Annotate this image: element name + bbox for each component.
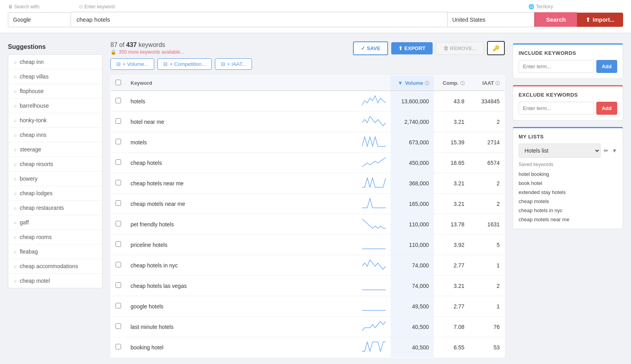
list-select[interactable]: Hotels list xyxy=(519,144,601,158)
suggestion-item[interactable]: ⌕barrelhouse xyxy=(8,99,102,113)
iaat-cell: 76 xyxy=(469,317,505,337)
row-checkbox[interactable] xyxy=(116,180,121,185)
suggestion-item[interactable]: ⌕bowery xyxy=(8,172,102,186)
chevron-down-icon[interactable]: ▼ xyxy=(612,147,617,154)
suggestion-item[interactable]: ⌕cheap resorts xyxy=(8,157,102,172)
row-checkbox[interactable] xyxy=(116,139,121,144)
row-checkbox[interactable] xyxy=(116,282,121,288)
sparkline-cell xyxy=(357,235,390,255)
filter-bar: ⊟ + Volume...⊟ + Competition...⊟ + IAAT.… xyxy=(110,58,505,70)
import-button[interactable]: ⬆ Import... xyxy=(577,13,623,27)
row-checkbox-cell[interactable] xyxy=(111,235,126,255)
suggestion-item[interactable]: ⌕cheap restaurants xyxy=(8,201,102,215)
comp-cell: 3.21 xyxy=(434,194,469,214)
row-checkbox[interactable] xyxy=(116,303,121,308)
table-row: google hotels 49,500 2.77 1 xyxy=(111,296,505,317)
filter-icon: ⊟ xyxy=(221,61,225,67)
volume-info-icon[interactable]: ⓘ xyxy=(425,81,429,86)
table-row: cheap hotels 450,000 18.65 6574 xyxy=(111,153,505,173)
table-row: cheap motels near me 165,000 3.21 2 xyxy=(111,194,505,214)
top-bar-labels: 🖥 Search with: ⊙ Enter keyword 🌐 Territo… xyxy=(8,4,623,9)
territory-select[interactable]: United States United Kingdom Canada Aust… xyxy=(448,12,534,27)
select-all-checkbox[interactable] xyxy=(116,80,121,85)
row-checkbox[interactable] xyxy=(116,98,121,103)
row-checkbox[interactable] xyxy=(116,118,121,124)
search-small-icon: ⌕ xyxy=(14,249,17,254)
suggestion-item[interactable]: ⌕cheap inns xyxy=(8,128,102,142)
sparkline-cell xyxy=(357,276,390,296)
suggestion-item[interactable]: ⌕gaff xyxy=(8,215,102,230)
suggestion-item[interactable]: ⌕flophouse xyxy=(8,84,102,99)
keyword-cell: priceline hotels xyxy=(126,235,357,255)
save-button[interactable]: ✓ SAVE xyxy=(353,41,388,55)
suggestion-item[interactable]: ⌕cheap motel xyxy=(8,274,102,288)
suggestion-item[interactable]: ⌕cheap villas xyxy=(8,69,102,84)
row-checkbox[interactable] xyxy=(116,344,121,349)
iaat-cell: 2 xyxy=(469,112,505,132)
keyword-cell: cheap motels near me xyxy=(126,194,357,214)
suggestion-item[interactable]: ⌕steerage xyxy=(8,142,102,157)
comp-cell: 18.65 xyxy=(434,153,469,173)
row-checkbox-cell[interactable] xyxy=(111,91,126,112)
row-checkbox-cell[interactable] xyxy=(111,255,126,276)
upload-icon: ⬆ xyxy=(586,17,590,23)
table-row: cheap hotels las vegas 74,000 3.21 2 xyxy=(111,276,505,296)
row-checkbox-cell[interactable] xyxy=(111,214,126,235)
edit-icon[interactable]: ✏ xyxy=(604,147,609,154)
comp-info-icon[interactable]: ⓘ xyxy=(460,81,465,86)
row-checkbox[interactable] xyxy=(116,159,121,165)
row-checkbox-cell[interactable] xyxy=(111,276,126,296)
engine-select[interactable]: Google Bing Yahoo xyxy=(8,12,71,27)
filter-icon: ⊟ xyxy=(163,61,168,67)
select-all-header[interactable] xyxy=(111,76,126,91)
keyword-input[interactable] xyxy=(71,12,448,27)
row-checkbox[interactable] xyxy=(116,323,121,329)
search-button[interactable]: Search xyxy=(534,12,577,27)
include-term-input[interactable] xyxy=(519,60,594,73)
row-checkbox[interactable] xyxy=(116,262,121,267)
row-checkbox-cell[interactable] xyxy=(111,296,126,317)
search-small-icon: ⌕ xyxy=(14,190,17,196)
keyword-cell: cheap hotels in nyc xyxy=(126,255,357,276)
row-checkbox-cell[interactable] xyxy=(111,132,126,153)
export-button[interactable]: ⬆ EXPORT xyxy=(391,42,432,54)
territory-label: 🌐 Territory xyxy=(528,4,623,9)
key-button[interactable]: 🔑 xyxy=(487,41,505,55)
keyword-cell: cheap hotels las vegas xyxy=(126,276,357,296)
suggestion-item[interactable]: ⌕cheap accommodations xyxy=(8,259,102,274)
row-checkbox[interactable] xyxy=(116,200,121,206)
row-checkbox[interactable] xyxy=(116,221,121,226)
search-small-icon: ⌕ xyxy=(14,59,17,65)
suggestion-item[interactable]: ⌕cheap inn xyxy=(8,55,102,69)
suggestion-item[interactable]: ⌕fleabag xyxy=(8,245,102,259)
filter-button[interactable]: ⊟ + Competition... xyxy=(157,58,211,70)
comp-cell: 13.78 xyxy=(434,214,469,235)
volume-cell: 673,000 xyxy=(390,132,434,153)
row-checkbox-cell[interactable] xyxy=(111,153,126,173)
monitor-icon: 🖥 xyxy=(8,4,13,9)
row-checkbox-cell[interactable] xyxy=(111,173,126,194)
suggestion-item[interactable]: ⌕cheap lodges xyxy=(8,186,102,201)
saved-keyword-item: extended stay hotels xyxy=(519,189,617,196)
exclude-add-button[interactable]: Add xyxy=(596,102,617,115)
suggestion-item[interactable]: ⌕honky-tonk xyxy=(8,113,102,128)
row-checkbox-cell[interactable] xyxy=(111,337,126,358)
row-checkbox-cell[interactable] xyxy=(111,194,126,214)
filter-button[interactable]: ⊟ + Volume... xyxy=(110,58,154,70)
search-small-icon: ⌕ xyxy=(14,88,17,94)
volume-column-header[interactable]: ▼ Volume ⓘ xyxy=(390,76,434,91)
include-add-button[interactable]: Add xyxy=(596,60,617,73)
iaat-info-icon[interactable]: ⓘ xyxy=(495,81,500,86)
suggestion-item[interactable]: ⌕cheap rooms xyxy=(8,230,102,245)
row-checkbox-cell[interactable] xyxy=(111,112,126,132)
lock-info: 🔒 350 more keywords available... xyxy=(110,49,184,55)
saved-keyword-item: cheap hotels in nyc xyxy=(519,207,617,214)
exclude-keywords-box: EXCLUDE KEYWORDS Add xyxy=(513,85,623,121)
sparkline-cell xyxy=(357,296,390,317)
remove-button: 🗑 REMOVE... xyxy=(436,42,484,55)
row-checkbox[interactable] xyxy=(116,241,121,247)
filter-button[interactable]: ⊟ + IAAT... xyxy=(215,58,252,70)
volume-cell: 165,000 xyxy=(390,194,434,214)
exclude-term-input[interactable] xyxy=(519,102,594,115)
row-checkbox-cell[interactable] xyxy=(111,317,126,337)
